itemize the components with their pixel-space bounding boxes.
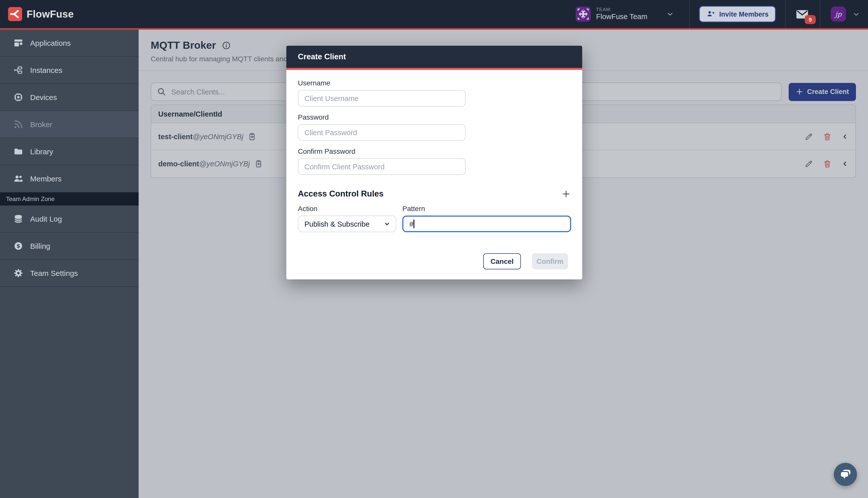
sidebar: Applications Instances bbox=[0, 30, 139, 498]
invite-members-label: Invite Members bbox=[719, 10, 769, 18]
sidebar-item-members[interactable]: Members bbox=[0, 165, 139, 193]
sidebar-item-label: Team Settings bbox=[30, 269, 78, 277]
chip-icon bbox=[13, 92, 24, 103]
sidebar-item-devices[interactable]: Devices bbox=[0, 84, 139, 111]
sidebar-item-broker[interactable]: Broker bbox=[0, 111, 139, 138]
navbar-divider bbox=[689, 0, 690, 28]
pipeline-icon bbox=[13, 65, 24, 75]
user-menu[interactable]: jp bbox=[820, 0, 868, 28]
notifications-button[interactable]: 9 bbox=[786, 0, 820, 28]
sidebar-item-label: Billing bbox=[30, 242, 50, 250]
svg-text:$: $ bbox=[16, 243, 20, 249]
confirm-button[interactable]: Confirm bbox=[532, 253, 568, 270]
password-field[interactable] bbox=[298, 124, 466, 141]
cancel-button[interactable]: Cancel bbox=[483, 253, 521, 270]
chat-icon bbox=[838, 467, 853, 482]
flowfuse-logo-icon bbox=[8, 7, 22, 21]
confirm-password-field[interactable] bbox=[298, 158, 466, 175]
password-label: Password bbox=[298, 113, 571, 121]
grid-icon bbox=[13, 38, 24, 48]
avatar: jp bbox=[831, 6, 846, 22]
app-window: FlowFuse TEAM: FlowFuse bbox=[0, 0, 868, 498]
sidebar-item-label: Instances bbox=[30, 66, 62, 74]
users-icon bbox=[13, 173, 24, 184]
modal-accent-bar bbox=[286, 68, 582, 70]
brand-name: FlowFuse bbox=[27, 8, 74, 20]
team-admin-zone-header: Team Admin Zone bbox=[0, 193, 139, 206]
team-selector[interactable]: TEAM: FlowFuse Team bbox=[575, 0, 689, 28]
add-rule-plus-icon[interactable] bbox=[562, 189, 571, 198]
folder-icon bbox=[13, 146, 24, 157]
modal-title: Create Client bbox=[298, 52, 346, 61]
pattern-label: Pattern bbox=[402, 205, 571, 212]
chevron-down-icon bbox=[666, 10, 674, 18]
sidebar-item-label: Broker bbox=[30, 120, 52, 129]
modal-body: Username Password Confirm Password Acces… bbox=[286, 70, 582, 279]
sidebar-item-label: Library bbox=[30, 147, 53, 156]
confirm-password-label: Confirm Password bbox=[298, 147, 571, 155]
acl-heading: Access Control Rules bbox=[298, 189, 384, 198]
sidebar-item-label: Applications bbox=[30, 39, 71, 47]
notification-badge: 9 bbox=[805, 15, 816, 24]
sidebar-item-team-settings[interactable]: Team Settings bbox=[0, 260, 139, 287]
chevron-down-icon bbox=[852, 10, 860, 18]
action-select[interactable]: Publish & Subscribe bbox=[298, 215, 396, 232]
sidebar-item-instances[interactable]: Instances bbox=[0, 57, 139, 84]
chat-widget-button[interactable] bbox=[834, 463, 857, 486]
navbar-right: TEAM: FlowFuse Team bbox=[575, 0, 868, 28]
sidebar-item-applications[interactable]: Applications bbox=[0, 30, 139, 57]
team-avatar-icon bbox=[575, 6, 590, 22]
dollar-icon: $ bbox=[13, 241, 24, 251]
text-cursor bbox=[413, 220, 414, 228]
action-column: Action Publish & Subscribe bbox=[298, 205, 396, 232]
team-name: FlowFuse Team bbox=[596, 13, 647, 21]
sidebar-item-label: Devices bbox=[30, 93, 57, 102]
navbar: FlowFuse TEAM: FlowFuse bbox=[0, 0, 868, 30]
rss-icon bbox=[13, 119, 24, 130]
action-select-value: Publish & Subscribe bbox=[304, 220, 383, 228]
username-field[interactable] bbox=[298, 90, 466, 106]
user-plus-icon bbox=[706, 10, 715, 18]
sidebar-item-library[interactable]: Library bbox=[0, 138, 139, 165]
invite-members-button[interactable]: Invite Members bbox=[698, 5, 776, 23]
brand[interactable]: FlowFuse bbox=[8, 7, 74, 21]
modal-header: Create Client bbox=[286, 46, 582, 68]
sidebar-item-label: Members bbox=[30, 174, 62, 183]
pattern-field[interactable] bbox=[402, 215, 571, 232]
team-text: TEAM: FlowFuse Team bbox=[596, 7, 647, 21]
chevron-down-icon bbox=[383, 220, 391, 228]
action-label: Action bbox=[298, 205, 396, 212]
pattern-column: Pattern bbox=[402, 205, 571, 232]
create-client-modal: Create Client Username Password Confirm … bbox=[286, 46, 582, 279]
team-label: TEAM: bbox=[596, 7, 647, 13]
sidebar-item-label: Audit Log bbox=[30, 214, 62, 223]
gear-icon bbox=[13, 268, 24, 278]
sidebar-item-audit-log[interactable]: Audit Log bbox=[0, 206, 139, 233]
username-label: Username bbox=[298, 79, 571, 87]
sidebar-item-billing[interactable]: $ Billing bbox=[0, 233, 139, 260]
database-icon bbox=[13, 213, 24, 224]
